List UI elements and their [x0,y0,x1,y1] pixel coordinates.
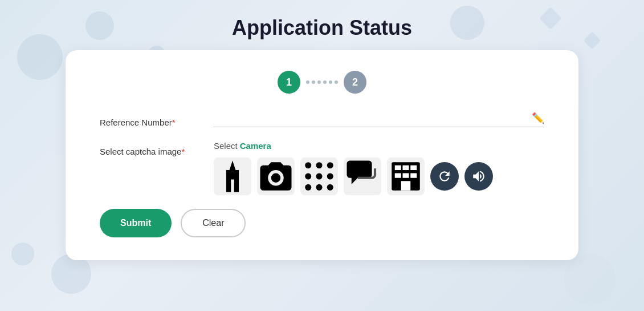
svg-rect-14 [403,173,409,178]
refresh-icon [437,169,452,184]
step-connector [306,80,338,84]
captcha-refresh-button[interactable] [430,162,459,191]
captcha-volume-button[interactable] [464,162,493,191]
page-title: Application Status [232,16,412,40]
chat-icon [344,157,381,195]
reference-number-row: Reference Number* ✏️ [100,112,544,127]
svg-point-1 [316,162,323,168]
captcha-icon-list [214,157,544,195]
camera-link[interactable]: Camera [240,141,271,151]
captcha-tower-button[interactable] [214,157,251,195]
camera-icon [257,157,295,195]
stepper: 1 2 [100,71,544,94]
submit-button[interactable]: Submit [100,209,172,237]
main-card: 1 2 Reference Number* ✏️ Select captcha … [66,50,578,260]
building-icon [387,157,425,195]
svg-point-6 [305,184,311,191]
svg-rect-16 [401,181,411,191]
svg-point-4 [316,173,323,180]
svg-point-5 [327,173,333,180]
edit-icon[interactable]: ✏️ [532,112,544,124]
svg-point-7 [316,184,323,191]
svg-rect-11 [403,165,409,170]
svg-point-2 [327,162,333,168]
captcha-grid-button[interactable] [300,157,338,195]
svg-point-0 [305,162,311,168]
grid-icon [300,157,338,195]
svg-point-8 [327,184,333,191]
svg-rect-10 [395,165,401,170]
captcha-building-button[interactable] [387,157,425,195]
step-2: 2 [344,71,366,94]
captcha-chat-button[interactable] [344,157,381,195]
captcha-camera-button[interactable] [257,157,295,195]
captcha-label: Select captcha image* [100,141,214,156]
step-1: 1 [278,71,300,94]
reference-number-control: ✏️ [214,112,544,127]
svg-rect-15 [410,173,417,178]
action-buttons: Submit Clear [100,209,544,237]
captcha-select-row: Select Camera [214,141,544,151]
svg-rect-13 [395,173,401,178]
volume-icon [471,169,486,184]
captcha-row: Select captcha image* Select Camera [100,141,544,195]
reference-number-input[interactable] [214,114,532,123]
reference-input-wrap: ✏️ [214,112,544,127]
captcha-control: Select Camera [214,141,544,195]
svg-rect-12 [410,165,417,170]
svg-point-3 [305,173,311,180]
reference-number-label: Reference Number* [100,112,214,127]
tower-icon [214,157,251,195]
clear-button[interactable]: Clear [181,209,246,237]
